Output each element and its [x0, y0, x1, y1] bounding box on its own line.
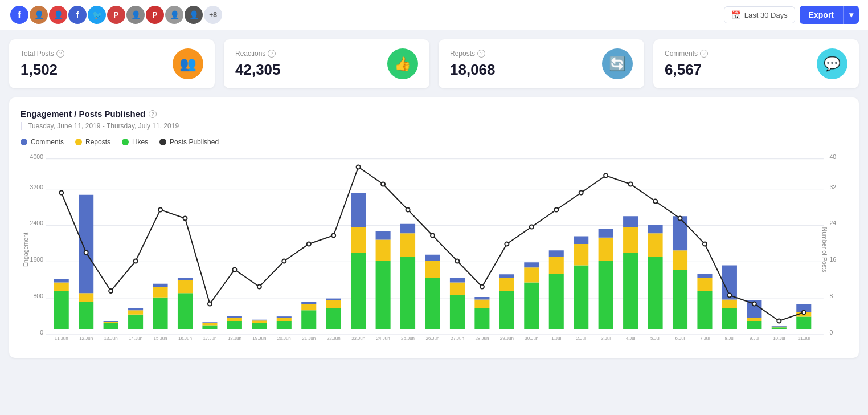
- legend-likes: Likes: [122, 138, 148, 146]
- stat-label-reposts: Reposts ?: [450, 50, 496, 58]
- top-right-controls: 📅 Last 30 Days Export ▾: [724, 6, 859, 24]
- stat-icon-comments: 💬: [817, 48, 847, 79]
- info-icon-posts[interactable]: ?: [56, 50, 64, 58]
- stat-value-reposts: 18,068: [450, 61, 496, 79]
- chart-title: Engagement / Posts Published ?: [21, 109, 847, 119]
- stat-label-posts: Total Posts ?: [21, 50, 64, 58]
- avatar-facebook[interactable]: f: [9, 5, 30, 25]
- stat-comments: Comments ? 6,567 💬: [653, 39, 859, 88]
- info-icon-chart[interactable]: ?: [149, 110, 157, 118]
- chart-wrapper: .grid-line { stroke: #e8eaf0; stroke-wid…: [21, 153, 847, 347]
- legend-posts-published: Posts Published: [159, 138, 219, 146]
- stat-label-reactions: Reactions ?: [235, 50, 281, 58]
- legend-dot-posts-published: [159, 139, 166, 145]
- date-filter-button[interactable]: 📅 Last 30 Days: [724, 6, 795, 23]
- avatar-8[interactable]: 👤: [164, 5, 185, 25]
- stat-reposts: Reposts ? 18,068 🔄: [439, 39, 644, 88]
- avatar-5[interactable]: P: [106, 5, 126, 25]
- stat-value-comments: 6,567: [665, 61, 708, 79]
- stat-reactions: Reactions ? 42,305 👍: [224, 39, 429, 88]
- avatar-6[interactable]: 👤: [125, 5, 146, 25]
- calendar-icon: 📅: [731, 10, 741, 19]
- info-icon-reactions[interactable]: ?: [268, 50, 276, 58]
- chevron-down-icon[interactable]: ▾: [843, 6, 859, 24]
- avatar-3[interactable]: f: [67, 5, 88, 25]
- stat-icon-reposts: 🔄: [602, 48, 633, 79]
- export-label: Export: [800, 6, 843, 24]
- stat-icon-reactions: 👍: [387, 48, 418, 79]
- legend-dot-reposts: [75, 139, 82, 145]
- avatar-9[interactable]: 👤: [183, 5, 204, 25]
- stats-row: Total Posts ? 1,502 👥 Reactions ? 42,305…: [0, 30, 868, 97]
- chart-date-range: Tuesday, June 11, 2019 - Thursday, July …: [21, 122, 847, 130]
- chart-section: Engagement / Posts Published ? Tuesday, …: [9, 97, 859, 358]
- date-filter-label: Last 30 Days: [744, 11, 788, 19]
- stat-label-comments: Comments ?: [665, 50, 708, 58]
- stat-value-posts: 1,502: [21, 61, 64, 79]
- stat-icon-posts: 👥: [173, 48, 203, 79]
- avatar-2[interactable]: 👤: [48, 5, 68, 25]
- stat-value-reactions: 42,305: [235, 61, 281, 79]
- avatar-7[interactable]: P: [145, 5, 165, 25]
- export-button[interactable]: Export ▾: [800, 6, 859, 24]
- avatar-more[interactable]: +8: [203, 5, 223, 25]
- legend-dot-comments: [21, 139, 27, 145]
- legend-comments: Comments: [21, 138, 64, 146]
- avatar-1[interactable]: 👤: [28, 5, 49, 25]
- legend-dot-likes: [122, 139, 129, 145]
- top-bar: f 👤 👤 f 🐦 P 👤 P 👤 👤 +8 📅 Last 30 Days Ex…: [0, 0, 868, 30]
- avatar-4[interactable]: 🐦: [87, 5, 107, 25]
- info-icon-reposts[interactable]: ?: [477, 50, 485, 58]
- stat-total-posts: Total Posts ? 1,502 👥: [9, 39, 215, 88]
- legend-reposts: Reposts: [75, 138, 110, 146]
- avatar-row: f 👤 👤 f 🐦 P 👤 P 👤 👤 +8: [9, 5, 223, 25]
- info-icon-comments[interactable]: ?: [700, 50, 708, 58]
- chart-legend: Comments Reposts Likes Posts Published: [21, 138, 847, 146]
